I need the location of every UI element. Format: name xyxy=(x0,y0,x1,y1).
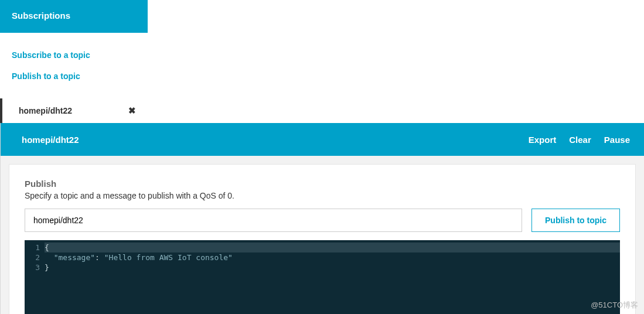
editor-gutter: 1 2 3 xyxy=(25,243,45,313)
line-number: 1 xyxy=(25,243,40,252)
page-title: homepi/dht22 xyxy=(22,135,79,145)
export-button[interactable]: Export xyxy=(529,135,557,145)
subscribed-topic-row[interactable]: homepi/dht22 ✖ xyxy=(0,98,148,123)
pause-button[interactable]: Pause xyxy=(604,135,630,145)
publish-row: Publish to topic xyxy=(25,209,620,232)
publish-heading: Publish xyxy=(25,179,620,189)
publish-card: Publish Specify a topic and a message to… xyxy=(9,164,636,314)
close-icon[interactable]: ✖ xyxy=(128,105,136,116)
code-line: "Hello from AWS IoT console" xyxy=(104,253,233,262)
subscribed-topic-label: homepi/dht22 xyxy=(19,106,72,115)
sidebar-links: Subscribe to a topic Publish to a topic xyxy=(0,33,148,93)
line-number: 3 xyxy=(25,262,40,272)
code-line: { xyxy=(45,243,49,252)
main: homepi/dht22 Export Clear Pause Publish … xyxy=(0,123,644,314)
topbar: homepi/dht22 Export Clear Pause xyxy=(1,123,644,156)
publish-to-topic-button[interactable]: Publish to topic xyxy=(531,209,620,232)
code-line: "message" xyxy=(54,253,95,262)
subscribe-to-topic-link[interactable]: Subscribe to a topic xyxy=(0,45,148,66)
topic-input[interactable] xyxy=(25,209,522,232)
code-line: } xyxy=(45,263,49,272)
line-number: 2 xyxy=(25,252,40,262)
publish-instruction: Specify a topic and a message to publish… xyxy=(25,191,620,200)
topbar-actions: Export Clear Pause xyxy=(529,135,630,145)
payload-editor[interactable]: 1 2 3 { "message": "Hello from AWS IoT c… xyxy=(25,240,620,314)
sidebar: Subscriptions Subscribe to a topic Publi… xyxy=(0,0,148,123)
publish-to-topic-link[interactable]: Publish to a topic xyxy=(0,66,148,87)
clear-button[interactable]: Clear xyxy=(569,135,591,145)
editor-code[interactable]: { "message": "Hello from AWS IoT console… xyxy=(45,243,620,313)
sidebar-header: Subscriptions xyxy=(0,0,148,33)
